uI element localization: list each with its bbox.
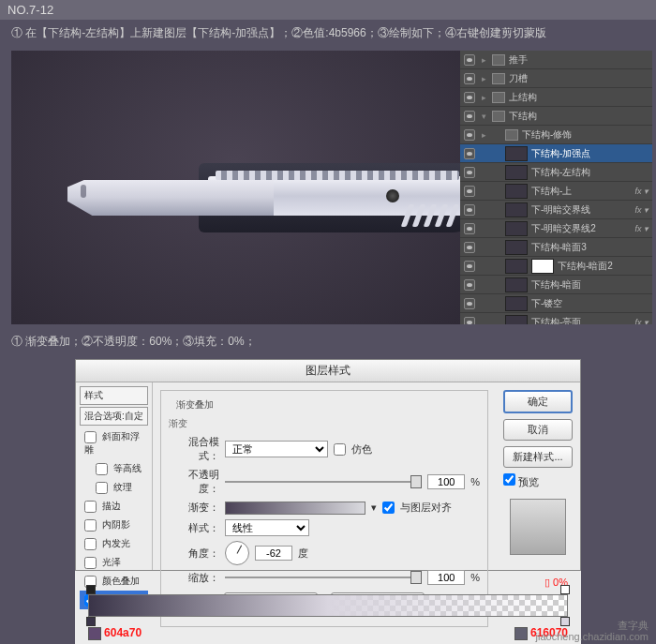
layer-row[interactable]: 下-明暗交界线2fx ▾ <box>460 219 652 238</box>
gradient-picker[interactable] <box>225 502 365 515</box>
visibility-icon[interactable] <box>464 223 475 234</box>
scale-slider[interactable] <box>225 577 422 578</box>
style-checkbox[interactable] <box>96 463 108 475</box>
visibility-icon[interactable] <box>464 261 475 272</box>
cancel-button[interactable]: 取消 <box>503 419 573 441</box>
align-label: 与图层对齐 <box>400 501 452 515</box>
style-item[interactable]: 纹理 <box>80 478 148 497</box>
layer-name: 下-镂空 <box>531 297 649 310</box>
visibility-icon[interactable] <box>464 129 475 141</box>
blend-mode-select[interactable]: 正常 <box>225 441 328 457</box>
style-select[interactable]: 线性 <box>225 519 309 536</box>
opacity-input[interactable] <box>427 474 465 489</box>
blend-options[interactable]: 混合选项:自定 <box>80 407 148 426</box>
layer-row[interactable]: 下-明暗交界线fx ▾ <box>460 201 652 219</box>
knife-serration <box>216 171 459 180</box>
visibility-icon[interactable] <box>464 242 475 253</box>
visibility-icon[interactable] <box>464 73 475 84</box>
layer-row[interactable]: ▾下结构 <box>460 107 652 126</box>
styles-list: 样式 混合选项:自定 斜面和浮雕 等高线 纹理 描边 内阴影 内发光 光泽 颜色… <box>76 382 153 570</box>
visibility-icon[interactable] <box>464 279 475 291</box>
opacity-handle-left[interactable] <box>86 585 96 594</box>
style-item[interactable]: 光泽 <box>80 553 148 572</box>
group-sub: 渐变 <box>169 417 480 430</box>
layer-row[interactable]: ▸上结构 <box>460 88 652 107</box>
layer-thumb <box>505 202 528 217</box>
scale-label: 缩放： <box>169 571 219 585</box>
visibility-icon[interactable] <box>464 204 475 216</box>
layer-row[interactable]: 下结构-左结构 <box>460 163 652 182</box>
visibility-icon[interactable] <box>464 92 475 103</box>
knife-blade <box>67 180 274 216</box>
angle-label: 角度： <box>169 547 219 561</box>
visibility-icon[interactable] <box>464 186 475 197</box>
layer-thumb <box>505 259 528 274</box>
folder-icon <box>492 92 505 103</box>
visibility-icon[interactable] <box>464 317 475 325</box>
dither-checkbox[interactable] <box>334 443 346 456</box>
layer-row[interactable]: 下结构-暗面2 <box>460 257 652 276</box>
style-checkbox[interactable] <box>96 482 108 494</box>
style-checkbox[interactable] <box>84 431 97 443</box>
style-label: 样式： <box>169 521 219 535</box>
visibility-icon[interactable] <box>464 148 475 159</box>
styles-heading[interactable]: 样式 <box>80 386 148 405</box>
disclosure-icon[interactable]: ▸ <box>479 130 488 140</box>
layer-name: 下-明暗交界线2 <box>531 222 631 235</box>
ok-button[interactable]: 确定 <box>503 390 573 413</box>
align-checkbox[interactable] <box>382 502 395 514</box>
angle-dial[interactable] <box>225 541 249 565</box>
layer-name: 刀槽 <box>509 72 649 85</box>
style-checkbox[interactable] <box>84 538 97 550</box>
opacity-slider[interactable] <box>225 481 422 483</box>
layer-row[interactable]: ▸推手 <box>460 51 652 69</box>
layer-row[interactable]: ▸下结构-修饰 <box>460 126 652 144</box>
layer-thumb <box>505 240 528 255</box>
visibility-icon[interactable] <box>464 298 475 309</box>
blend-mode-label: 混合模式： <box>169 435 219 463</box>
caption-2: ① 渐变叠加；②不透明度：60%；③填充：0%； <box>0 328 656 355</box>
chevron-down-icon[interactable]: ▾ <box>371 502 377 514</box>
visibility-icon[interactable] <box>464 167 475 178</box>
style-item[interactable]: 内阴影 <box>80 516 148 534</box>
layer-row[interactable]: ▸刀槽 <box>460 69 652 88</box>
layer-row[interactable]: 下结构-上fx ▾ <box>460 182 652 201</box>
style-checkbox[interactable] <box>84 557 97 569</box>
color-stop-left[interactable] <box>86 617 96 626</box>
fx-badge[interactable]: fx ▾ <box>634 187 649 196</box>
disclosure-icon[interactable]: ▸ <box>479 55 488 65</box>
layer-name: 下结构 <box>509 110 649 123</box>
style-checkbox[interactable] <box>84 501 97 513</box>
preview-checkbox[interactable] <box>503 473 515 486</box>
layer-row[interactable]: 下结构-加强点 <box>460 144 652 163</box>
knife-rivet <box>386 189 399 202</box>
disclosure-icon[interactable]: ▸ <box>479 93 488 102</box>
layer-name: 下结构-修饰 <box>522 128 649 142</box>
style-item[interactable]: 内发光 <box>80 534 148 553</box>
visibility-icon[interactable] <box>464 54 475 66</box>
layer-row[interactable]: 下-镂空 <box>460 294 652 313</box>
layer-name: 下结构-亮面 <box>531 316 631 325</box>
group-title: 渐变叠加 <box>172 398 217 412</box>
visibility-icon[interactable] <box>464 111 475 122</box>
disclosure-icon[interactable]: ▸ <box>479 74 488 83</box>
style-item[interactable]: 斜面和浮雕 <box>80 427 148 459</box>
scale-input[interactable] <box>427 570 465 585</box>
disclosure-icon[interactable]: ▾ <box>479 112 488 121</box>
layer-name: 上结构 <box>509 91 649 104</box>
style-checkbox[interactable] <box>84 519 97 532</box>
fx-badge[interactable]: fx ▾ <box>634 224 649 233</box>
layer-row[interactable]: 下结构-暗面3 <box>460 238 652 257</box>
style-item[interactable]: 描边 <box>80 497 148 516</box>
fx-badge[interactable]: fx ▾ <box>634 318 649 325</box>
new-style-button[interactable]: 新建样式... <box>503 446 573 468</box>
layer-name: 下结构-左结构 <box>531 166 649 179</box>
gradient-ramp[interactable] <box>88 594 568 617</box>
style-item[interactable]: 等高线 <box>80 459 148 478</box>
opacity-handle-right[interactable] <box>560 585 570 594</box>
layer-row[interactable]: 下结构-暗面 <box>460 276 652 294</box>
layer-row[interactable]: 下结构-亮面fx ▾ <box>460 313 652 324</box>
layer-thumb <box>505 296 528 311</box>
fx-badge[interactable]: fx ▾ <box>634 205 649 215</box>
angle-input[interactable] <box>255 546 292 561</box>
